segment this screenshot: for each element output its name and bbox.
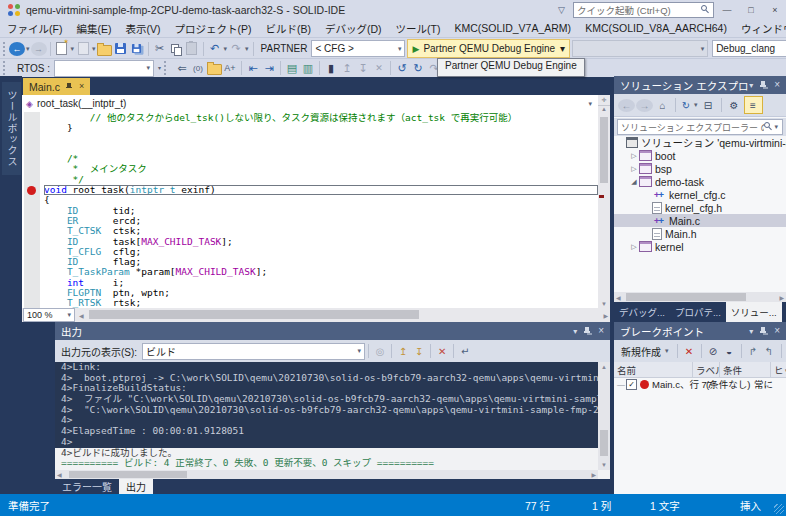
tree-item-bsp[interactable]: ▷bsp xyxy=(614,162,786,175)
chevron-down-icon[interactable]: ▾ xyxy=(26,45,30,53)
scroll-right-icon[interactable]: ▶ xyxy=(603,312,608,319)
word-info-icon[interactable]: ⇐ xyxy=(174,60,190,77)
tree-item-demo-task[interactable]: ◢demo-task xyxy=(614,175,786,188)
delete-breakpoint-icon[interactable]: ✕ xyxy=(682,346,697,357)
scroll-left-icon[interactable]: ◀ xyxy=(79,312,84,319)
scroll-right-icon[interactable]: ▶ xyxy=(591,471,596,478)
tree-item-boot[interactable]: ▷boot xyxy=(614,149,786,162)
menu-item-debug[interactable]: デバッグ(D) xyxy=(318,21,389,36)
menu-item-view[interactable]: 表示(V) xyxy=(118,21,167,36)
menu-item-project[interactable]: プロジェクト(P) xyxy=(167,21,258,36)
close-icon[interactable]: × xyxy=(598,326,604,336)
splitter-handle[interactable]: ✛ xyxy=(598,95,610,106)
chevron-down-icon[interactable]: ▾ xyxy=(245,45,249,53)
toolbox-tab[interactable]: ツールボックス xyxy=(2,82,21,175)
disable-all-breakpoints-icon[interactable]: ◒ xyxy=(722,346,737,357)
scrollbar-thumb[interactable] xyxy=(89,310,419,319)
comment-icon[interactable]: ▤ xyxy=(284,60,300,77)
empty-combo[interactable]: ▾ xyxy=(572,40,708,57)
editor-horizontal-scrollbar[interactable]: ◀ ▶ xyxy=(75,308,610,322)
cfg-combo[interactable]: < CFG >▾ xyxy=(311,40,405,57)
back-icon[interactable]: ← xyxy=(618,99,635,112)
close-button[interactable]: × xyxy=(764,0,786,19)
scroll-left-icon[interactable]: ◀ xyxy=(57,471,62,478)
output-source-combo[interactable]: ビルド▾ xyxy=(142,343,365,360)
clear-bookmarks-icon[interactable]: ✕ xyxy=(371,60,387,77)
find-message-icon[interactable]: ◎ xyxy=(372,346,388,357)
scroll-up-icon[interactable]: ▲ xyxy=(598,364,610,370)
add-item-icon[interactable] xyxy=(75,40,91,57)
export-breakpoints-icon[interactable]: ↱ xyxy=(746,346,761,357)
breakpoint-row[interactable]: — ✓ Main.c、行 77 (条件なし) 常に xyxy=(614,377,786,391)
tree-item-main.c[interactable]: ++Main.c xyxy=(614,214,786,227)
cut-icon[interactable]: ✂ xyxy=(152,40,168,57)
breakpoint-dot[interactable] xyxy=(27,186,36,195)
debug-engine-button[interactable]: ▶ Partner QEMU Debug Engine ▾ xyxy=(407,39,570,58)
tree-collapsed-icon[interactable]: ▷ xyxy=(629,152,639,160)
tree-expanded-icon[interactable]: ◢ xyxy=(629,178,639,186)
member-list-icon[interactable]: (0) xyxy=(190,60,206,77)
menu-item-build[interactable]: ビルド(B) xyxy=(258,21,318,36)
toolbar-grip[interactable] xyxy=(164,61,170,75)
editor-navigation-bar[interactable]: ◈ root_task(__intptr_t) ▾ xyxy=(22,95,610,113)
breakpoint-margin[interactable] xyxy=(24,112,40,308)
menu-item-kmc-solid-v7a-arm[interactable]: KMC(SOLID_V7A_ARM) xyxy=(447,22,578,34)
toolbar-grip[interactable] xyxy=(3,42,5,56)
refresh-b-icon[interactable]: ↻ xyxy=(410,60,426,77)
scroll-left-icon[interactable]: ◀ xyxy=(616,294,621,301)
code-editor[interactable]: // 他のタスクからdel_tsk()しない限り、タスク資源は保持されます（ac… xyxy=(22,112,610,308)
chevron-down-icon[interactable]: ▾ xyxy=(92,45,96,53)
sync-icon[interactable]: ↻ xyxy=(680,100,692,111)
delete-all-breakpoints-icon[interactable]: ⊘ xyxy=(706,346,721,357)
quick-find-icon[interactable] xyxy=(206,60,222,77)
prev-message-icon[interactable]: ↥ xyxy=(395,346,411,357)
editor-tab-mainc[interactable]: Main.c × xyxy=(23,78,90,95)
bookmark-icon[interactable]: ▮ xyxy=(323,60,339,77)
solution-search-input[interactable]: ソリューション エクスプローラー の検索 (Ctrl+ ▾ xyxy=(617,119,783,135)
undo-icon[interactable]: ↶ xyxy=(207,40,223,57)
chevron-down-icon[interactable]: ▾ xyxy=(224,45,228,53)
scrollbar-thumb[interactable] xyxy=(626,293,746,301)
tree-item-kernel_cfg.c[interactable]: ++kernel_cfg.c xyxy=(614,188,786,201)
menu-item-edit[interactable]: 編集(E) xyxy=(69,21,118,36)
collapse-all-icon[interactable]: ⊟ xyxy=(700,100,717,111)
scrollbar-thumb[interactable] xyxy=(69,471,187,478)
import-breakpoints-icon[interactable]: ↰ xyxy=(762,346,777,357)
output-title-bar[interactable]: 出力 ▾ × xyxy=(55,322,610,340)
scroll-right-icon[interactable]: ▶ xyxy=(779,294,784,301)
open-folder-icon[interactable] xyxy=(97,40,113,57)
pin-icon[interactable] xyxy=(760,80,767,90)
chevron-down-icon[interactable]: ▾ xyxy=(573,327,577,336)
wrench-icon[interactable]: ⚙ xyxy=(726,100,743,111)
clear-all-icon[interactable]: ✕ xyxy=(434,346,450,357)
explorer-tab-3[interactable]: クラス ビ... xyxy=(782,302,786,322)
close-icon[interactable]: × xyxy=(774,80,780,90)
menu-item-tools[interactable]: ツール(T) xyxy=(389,21,448,36)
output-tab-1[interactable]: 出力 xyxy=(119,479,153,494)
navigate-forward-icon[interactable]: → xyxy=(31,42,47,56)
bp-column-header-1[interactable]: ラベル xyxy=(693,362,720,377)
breakpoints-title-bar[interactable]: ブレークポイント ▾ × xyxy=(614,322,786,340)
pin-icon[interactable] xyxy=(66,82,73,92)
properties-icon[interactable]: ≡ xyxy=(744,96,763,114)
uncomment-icon[interactable]: ▥ xyxy=(300,60,316,77)
chevron-down-icon[interactable]: ▾ xyxy=(749,81,753,90)
tree-item-kernel_cfg.h[interactable]: kernel_cfg.h xyxy=(614,201,786,214)
scroll-up-icon[interactable]: ▲ xyxy=(598,106,610,112)
feedback-icon[interactable]: ▽ xyxy=(558,5,565,15)
rtos-combo[interactable]: ▾ xyxy=(54,60,154,77)
maximize-button[interactable]: □ xyxy=(740,0,762,19)
toolbar-grip[interactable] xyxy=(3,61,9,75)
save-icon[interactable] xyxy=(113,40,129,57)
menu-item-kmc-solid-v8a-aarch64[interactable]: KMC(SOLID_V8A_AARCH64) xyxy=(578,22,734,34)
next-message-icon[interactable]: ↧ xyxy=(411,346,427,357)
next-bookmark-icon[interactable]: ↧ xyxy=(355,60,371,77)
build-config-combo[interactable]: Debug_clang▾ xyxy=(712,40,786,57)
scroll-down-icon[interactable]: ▼ xyxy=(598,462,610,468)
scrollbar-thumb[interactable] xyxy=(600,117,608,183)
pin-icon[interactable] xyxy=(584,326,591,336)
pin-icon[interactable] xyxy=(760,326,767,336)
chevron-down-icon[interactable]: ▾ xyxy=(71,45,75,53)
output-tab-0[interactable]: エラー一覧 xyxy=(55,479,119,494)
forward-icon[interactable]: → xyxy=(636,99,653,112)
